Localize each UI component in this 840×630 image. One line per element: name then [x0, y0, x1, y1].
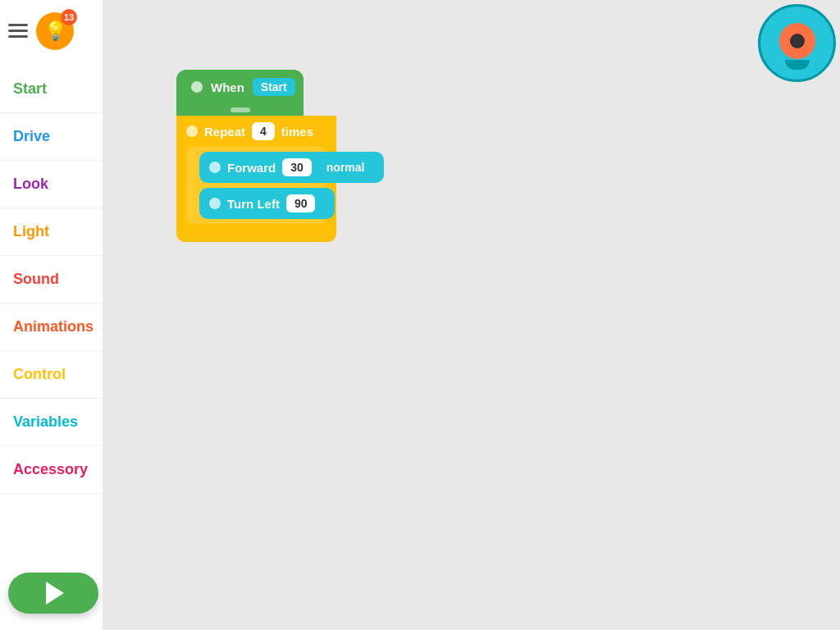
when-label: When [211, 80, 244, 94]
sidebar-item-look[interactable]: Look [0, 161, 103, 208]
play-button[interactable] [8, 573, 98, 614]
turn-value[interactable]: 90 [286, 194, 316, 212]
sidebar-item-control[interactable]: Control [0, 351, 103, 399]
when-value[interactable]: Start [253, 78, 295, 96]
forward-dot [209, 162, 221, 173]
repeat-value[interactable]: 4 [252, 122, 275, 140]
sidebar: 13 💡 Start Drive Look Light Sound Animat… [0, 0, 103, 630]
topbar: 13 💡 [0, 0, 103, 62]
sidebar-item-variables[interactable]: Variables [0, 399, 103, 446]
block-group: When Start Repeat 4 times [176, 70, 336, 242]
robot-avatar[interactable] [758, 4, 836, 90]
forward-value[interactable]: 30 [282, 158, 312, 176]
when-block[interactable]: When Start [176, 70, 304, 104]
badge-count: 13 [61, 9, 77, 25]
sidebar-item-accessory[interactable]: Accessory [0, 446, 103, 494]
repeat-inner: Forward 30 normal Turn Left 90 [186, 147, 326, 224]
connector-dot [231, 107, 250, 112]
menu-button[interactable] [8, 24, 28, 38]
turn-dot [209, 198, 221, 209]
turn-block[interactable]: Turn Left 90 [199, 188, 335, 219]
hints-button[interactable]: 13 💡 [36, 12, 74, 50]
turn-label: Turn Left [227, 197, 280, 211]
repeat-block[interactable]: Repeat 4 times Forward 30 normal [176, 116, 336, 231]
forward-label: Forward [227, 161, 276, 175]
block-connector-dot [191, 81, 203, 93]
sidebar-item-animations[interactable]: Animations [0, 304, 103, 351]
play-icon [46, 582, 64, 605]
robot-mouth [785, 60, 810, 70]
sidebar-item-start[interactable]: Start [0, 66, 103, 113]
sidebar-item-light[interactable]: Light [0, 208, 103, 256]
forward-block[interactable]: Forward 30 normal [199, 152, 384, 183]
canvas: When Start Repeat 4 times [103, 0, 840, 630]
times-label: times [281, 125, 313, 139]
forward-speed[interactable]: normal [318, 158, 373, 176]
robot-eye [779, 23, 815, 59]
repeat-bottom [176, 231, 336, 242]
sidebar-item-sound[interactable]: Sound [0, 256, 103, 304]
repeat-dot [186, 126, 198, 137]
repeat-label: Repeat [204, 125, 245, 139]
sidebar-item-drive[interactable]: Drive [0, 113, 103, 161]
